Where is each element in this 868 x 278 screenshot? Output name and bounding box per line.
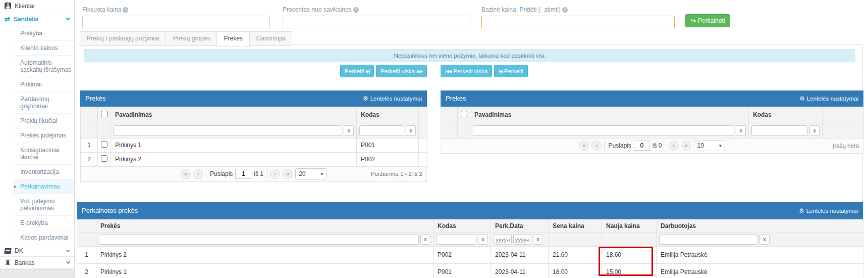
table-settings-button[interactable]: ⚙Lentelės nustatymai xyxy=(799,90,858,107)
row-number: 1 xyxy=(81,138,98,152)
cell-kodas: P001 xyxy=(433,263,491,278)
table-settings-button[interactable]: ⚙Lentelės nustatymai xyxy=(799,202,858,219)
table-title: Prekės xyxy=(85,90,105,107)
sidebar-item-klientai[interactable]: Klientai xyxy=(0,0,74,12)
clear-filter-button[interactable]: x xyxy=(478,234,488,245)
page-number-input[interactable] xyxy=(634,141,650,151)
pavadinimas-filter-input[interactable] xyxy=(473,125,734,136)
page-size-select[interactable]: 10▾ xyxy=(694,140,725,151)
clear-filter-button[interactable]: x xyxy=(760,234,770,245)
sidebar-item-kasos-pardavimai[interactable]: Kasos pardavimai xyxy=(14,230,74,245)
clear-filter-button[interactable]: x xyxy=(809,125,820,136)
row-select-cell xyxy=(98,152,111,166)
sidebar-item-automatinis-saskaitu-israsymas[interactable]: Automatinis sąskaitų išrašymas xyxy=(14,55,74,77)
select-all-cell xyxy=(98,107,111,123)
sidebar-section-bankas[interactable]: ♜ Bankas xyxy=(0,257,74,269)
kodas-filter-input[interactable] xyxy=(751,125,808,136)
select-all-checkbox[interactable] xyxy=(461,111,467,117)
procentas-input[interactable] xyxy=(283,16,470,28)
sidebar-item-label: Prekyba xyxy=(20,30,42,37)
clear-filter-button[interactable]: x xyxy=(420,234,430,245)
sidebar-item-prekiu-likuciai[interactable]: Prekių likučiai xyxy=(14,113,74,128)
tab-bar: Prekių / paslaugų požymiai Prekių grupės… xyxy=(80,31,292,46)
sidebar-item-vid-judejimo-patvirtinimas[interactable]: Vid. judėjimo patvirtinimas xyxy=(14,194,74,215)
table-row[interactable]: 1 Pirkinys 1 P001 xyxy=(81,138,427,152)
filter-cell: x xyxy=(96,233,433,246)
first-page-button[interactable]: « xyxy=(181,169,191,179)
last-page-button[interactable]: » xyxy=(283,169,293,179)
prev-page-button[interactable]: ‹ xyxy=(591,141,602,151)
sidebar-item-prekes-judejimas[interactable]: Prekės judėjimas xyxy=(14,128,74,143)
filter-cell: x xyxy=(111,123,357,138)
repriced-products-table: Perkainotos prekės ⚙Lentelės nustatymai … xyxy=(77,202,863,278)
next-page-button[interactable]: › xyxy=(270,169,280,179)
sidebar-section-label: Bankas xyxy=(15,259,35,266)
page-group: Puslapis iš 1 xyxy=(206,168,267,179)
kodas-filter-input[interactable] xyxy=(436,234,476,245)
tab-prekes-active[interactable]: Prekės xyxy=(216,31,249,47)
perkainavimas-page: Klientai ⇄ Sandėlis Prekyba Kliento kain… xyxy=(0,0,868,278)
rownum-header xyxy=(441,107,458,123)
select-all-checkbox[interactable] xyxy=(101,111,107,117)
cell-pavadinimas: Pirkinys 2 xyxy=(111,152,357,166)
records-info: Peržiūrima 1 - 2 iš 2 xyxy=(371,171,422,177)
page-number-input[interactable] xyxy=(235,169,251,179)
sidebar-section-dk[interactable]: DK xyxy=(0,245,74,257)
sidebar-item-label: Kasos pardavimai xyxy=(20,234,68,241)
clear-filter-button[interactable]: x xyxy=(736,125,746,136)
pagination-bar: « ‹ Puslapis iš 0 › » 10▾ Įrašų nėra xyxy=(441,138,863,154)
prev-page-button[interactable]: ‹ xyxy=(193,169,203,179)
table-titlebar: Prekės ⚙Lentelės nustatymai xyxy=(441,90,863,107)
page-size-select[interactable]: 20▾ xyxy=(295,168,327,179)
kodas-filter-input[interactable] xyxy=(359,125,404,136)
sidebar-item-pardavimu-grazinimai[interactable]: Pardavimų grąžinimai xyxy=(14,91,74,113)
chevron-down-icon xyxy=(66,248,70,252)
help-icon[interactable]: ? xyxy=(562,7,568,13)
table-row[interactable]: 2 Pirkinys 1 P001 2023-04-11 18.00 15.00… xyxy=(77,263,863,278)
next-page-button[interactable]: › xyxy=(669,141,679,151)
cell-darbuotojas: Emilija Petrauskė xyxy=(657,246,863,263)
transfer-buttons-right: |◀◀Perkelti viską |◀Perkelti xyxy=(441,65,528,77)
sidebar-item-e-prekyba[interactable]: E-prekyba xyxy=(14,215,74,230)
first-page-button[interactable]: « xyxy=(579,141,589,151)
move-selected-left-button[interactable]: |◀Perkelti xyxy=(494,65,528,77)
tab-gamintojai[interactable]: Gamintojai xyxy=(249,31,292,46)
sidebar-item-kliento-kainos[interactable]: Kliento kainos xyxy=(14,40,74,55)
sidebar-item-konsignaciniai-likuciai[interactable]: Konsignaciniai likučiai xyxy=(14,143,74,164)
move-selected-right-button[interactable]: Perkelti▶| xyxy=(340,65,374,77)
column-header-kodas: Kodas xyxy=(357,107,419,123)
sidebar-item-perkainavimas-active[interactable]: ▸ Perkainavimas xyxy=(14,179,74,194)
move-all-left-button[interactable]: |◀◀Perkelti viską xyxy=(441,65,492,77)
row-number: 2 xyxy=(77,263,96,278)
fiksuota-kaina-input[interactable] xyxy=(82,16,270,28)
cell-nauja-kaina: 18.60 xyxy=(602,246,657,263)
last-page-button[interactable]: » xyxy=(681,141,691,151)
pavadinimas-filter-input[interactable] xyxy=(114,125,342,136)
help-icon[interactable]: ? xyxy=(353,7,359,13)
help-icon[interactable]: ? xyxy=(123,7,128,13)
date-to-filter-input[interactable] xyxy=(513,234,531,245)
clear-filter-button[interactable]: x xyxy=(344,125,354,136)
prekes-filter-input[interactable] xyxy=(99,234,419,245)
clear-filter-button[interactable]: x xyxy=(406,125,416,136)
bazine-kaina-input[interactable] xyxy=(481,16,675,28)
table-row[interactable]: 1 Pirkinys 2 P002 2023-04-11 21.60 18.60… xyxy=(77,246,863,263)
row-checkbox[interactable] xyxy=(101,141,107,148)
move-all-right-button[interactable]: Perkelti viską▶▶ xyxy=(376,65,427,77)
row-checkbox[interactable] xyxy=(101,155,107,162)
date-from-filter-input[interactable] xyxy=(494,234,512,245)
procentas-label: Procentas nuo savikainos? xyxy=(283,6,470,13)
table-settings-button[interactable]: ⚙Lentelės nustatymai xyxy=(363,90,422,107)
sidebar-item-inventorizacija[interactable]: Inventorizacija xyxy=(14,164,74,179)
sidebar-item-label: Automatinis sąskaitų išrašymas xyxy=(20,59,71,73)
perkainoti-button[interactable]: ↪Perkainoti xyxy=(685,14,730,27)
tab-prekiu-paslaugu-pozymiai[interactable]: Prekių / paslaugų požymiai xyxy=(80,31,166,46)
sidebar-section-sandelis[interactable]: ⇄ Sandėlis xyxy=(0,12,74,26)
table-row[interactable]: 2 Pirkinys 2 P002 xyxy=(81,152,427,166)
darbuotojas-filter-input[interactable] xyxy=(659,234,758,245)
sidebar-item-pirkimai[interactable]: Pirkimai xyxy=(14,77,74,91)
clear-filter-button[interactable]: x xyxy=(533,234,543,245)
tab-prekiu-grupes[interactable]: Prekių grupės xyxy=(166,31,216,46)
sidebar-item-prekyba[interactable]: Prekyba xyxy=(14,26,74,40)
spacer-cell xyxy=(419,107,427,123)
